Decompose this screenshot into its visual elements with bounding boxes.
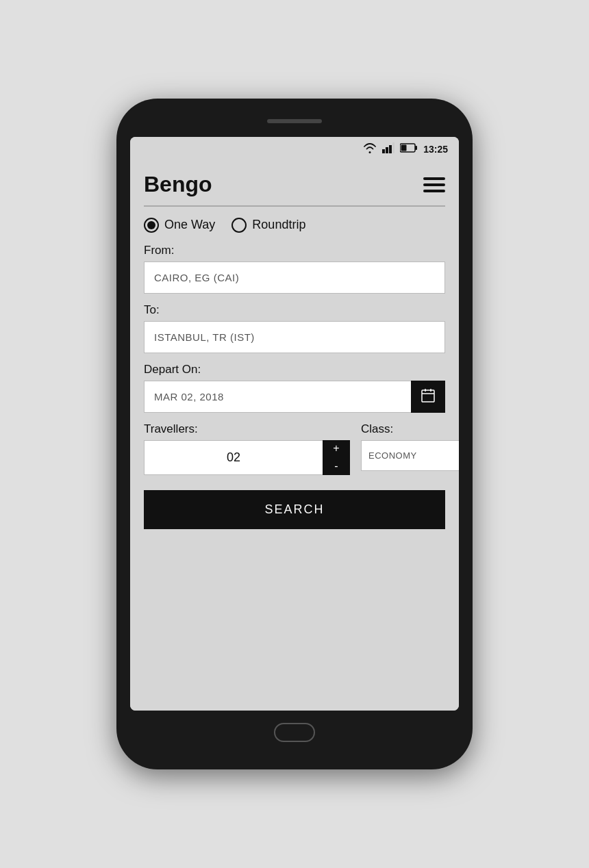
travellers-input[interactable] — [144, 440, 323, 475]
travellers-label: Travellers: — [144, 422, 350, 436]
class-input-row — [361, 440, 459, 471]
depart-label: Depart On: — [144, 363, 445, 376]
svg-rect-7 — [422, 390, 434, 402]
svg-rect-5 — [401, 145, 407, 151]
app-header: Bengo — [144, 172, 445, 197]
svg-rect-3 — [392, 142, 394, 153]
svg-rect-2 — [389, 145, 392, 153]
one-way-label: One Way — [164, 218, 215, 232]
status-time: 13:25 — [423, 144, 448, 155]
phone-screen: 13:25 Bengo One Way — [130, 137, 459, 711]
phone-speaker — [267, 119, 322, 123]
to-label: To: — [144, 303, 445, 317]
from-label: From: — [144, 244, 445, 257]
travellers-class-row: Travellers: + - Class: — [144, 422, 445, 475]
roundtrip-label: Roundtrip — [252, 218, 305, 232]
calendar-button[interactable] — [411, 381, 445, 413]
class-input[interactable] — [361, 440, 459, 471]
svg-rect-6 — [415, 146, 417, 150]
hamburger-line-1 — [423, 177, 445, 180]
one-way-option[interactable]: One Way — [144, 218, 215, 233]
from-input[interactable] — [144, 261, 445, 294]
search-button[interactable]: SEARCH — [144, 490, 445, 529]
svg-rect-0 — [382, 149, 385, 153]
class-label: Class: — [361, 422, 459, 436]
signal-icon — [382, 142, 394, 155]
status-bar: 13:25 — [130, 137, 459, 161]
travellers-input-row: + - — [144, 440, 350, 475]
hamburger-line-2 — [423, 183, 445, 186]
battery-icon — [400, 143, 418, 155]
travellers-section: Travellers: + - — [144, 422, 350, 475]
phone-device: 13:25 Bengo One Way — [116, 99, 473, 769]
stepper-buttons: + - — [323, 440, 350, 475]
depart-input[interactable] — [144, 381, 411, 413]
home-button[interactable] — [274, 723, 315, 742]
to-input[interactable] — [144, 321, 445, 353]
hamburger-line-3 — [423, 190, 445, 192]
roundtrip-option[interactable]: Roundtrip — [231, 218, 305, 233]
increment-button[interactable]: + — [323, 440, 350, 458]
app-content: Bengo One Way Roundtrip — [130, 161, 459, 711]
class-section: Class: — [361, 422, 459, 475]
calendar-icon — [420, 387, 436, 404]
depart-row — [144, 381, 445, 413]
decrement-button[interactable]: - — [323, 457, 350, 475]
hamburger-menu-icon[interactable] — [423, 177, 445, 192]
svg-rect-1 — [386, 147, 388, 153]
roundtrip-radio[interactable] — [231, 218, 247, 233]
one-way-radio[interactable] — [144, 218, 159, 233]
wifi-icon — [363, 142, 377, 155]
app-title: Bengo — [144, 172, 212, 197]
header-divider — [144, 205, 445, 207]
trip-type-selector: One Way Roundtrip — [144, 218, 445, 233]
